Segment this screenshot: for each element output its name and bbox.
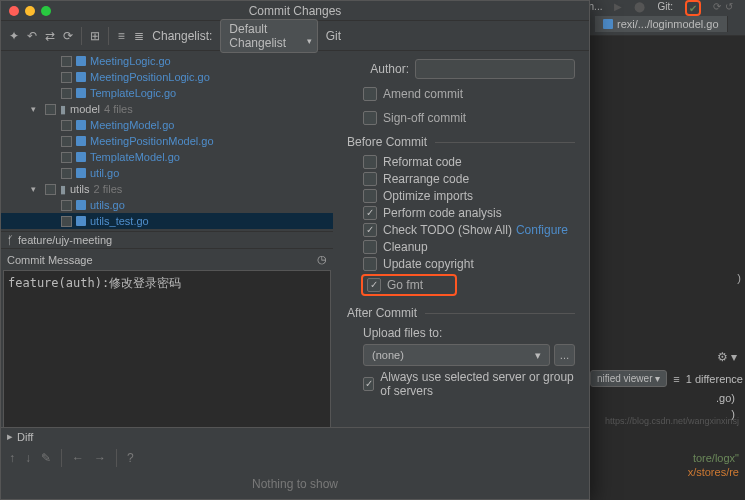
go-file-icon [76, 200, 86, 210]
maximize-icon[interactable] [41, 6, 51, 16]
author-input[interactable] [415, 59, 575, 79]
tree-file[interactable]: utils_test.go [90, 215, 149, 227]
viewer-mode-combo[interactable]: nified viewer ▾ [590, 370, 667, 387]
amend-checkbox[interactable] [363, 87, 377, 101]
amend-label: Amend commit [383, 87, 463, 101]
tree-file[interactable]: MeetingPositionModel.go [90, 135, 214, 147]
next-change-icon[interactable]: ↓ [25, 451, 31, 465]
analysis-checkbox[interactable] [363, 206, 377, 220]
tree-file[interactable]: util.go [90, 167, 119, 179]
run-icon[interactable]: ▶ [614, 1, 622, 12]
reformat-checkbox[interactable] [363, 155, 377, 169]
commit-toolbar-highlight: ✔ [685, 0, 701, 16]
file-checkbox[interactable] [61, 152, 72, 163]
signoff-label: Sign-off commit [383, 111, 466, 125]
always-server-checkbox[interactable] [363, 377, 374, 391]
signoff-checkbox[interactable] [363, 111, 377, 125]
copyright-checkbox[interactable] [363, 257, 377, 271]
analysis-label: Perform code analysis [383, 206, 502, 220]
gofmt-checkbox[interactable] [367, 278, 381, 292]
tree-file[interactable]: MeetingLogic.go [90, 55, 171, 67]
upload-label: Upload files to: [347, 326, 575, 340]
tab-label: rexi/.../loginmodel.go [617, 18, 719, 30]
minimize-icon[interactable] [25, 6, 35, 16]
diff-empty-text: Nothing to show [1, 471, 589, 491]
tree-file[interactable]: TemplateLogic.go [90, 87, 176, 99]
optimize-checkbox[interactable] [363, 189, 377, 203]
file-checkbox[interactable] [61, 216, 72, 227]
diff-icon[interactable]: ⇄ [45, 29, 55, 43]
dialog-toolbar: ✦ ↶ ⇄ ⟳ ⊞ ≡ ≣ Changelist: Default Change… [1, 21, 589, 51]
upload-more-button[interactable]: … [554, 344, 575, 366]
editor-settings-icons[interactable]: ⚙ ▾ [717, 350, 737, 364]
expand-icon[interactable]: ▾ [31, 104, 41, 114]
tree-folder[interactable]: model [70, 103, 100, 115]
go-file-icon [76, 56, 86, 66]
commit-message-label: Commit Message [7, 254, 93, 266]
cleanup-label: Cleanup [383, 240, 428, 254]
optimize-label: Optimize imports [383, 189, 473, 203]
debug-icon[interactable]: ⬤ [634, 1, 645, 12]
collapse-icon[interactable]: ≣ [134, 29, 144, 43]
rearrange-checkbox[interactable] [363, 172, 377, 186]
commit-checkmark-icon[interactable]: ✔ [689, 3, 697, 14]
todo-checkbox[interactable] [363, 223, 377, 237]
diff-section: ▸ Diff ↑ ↓ ✎ ← → ? Nothing to show [1, 427, 589, 499]
chevron-down-icon: ▾ [535, 349, 541, 362]
arrow-left-icon[interactable]: ← [72, 451, 84, 465]
file-checkbox[interactable] [61, 136, 72, 147]
before-commit-section: Before Commit [347, 135, 575, 149]
edit-icon[interactable]: ✎ [41, 451, 51, 465]
folder-checkbox[interactable] [45, 104, 56, 115]
branch-name: feature/ujy-meeting [18, 234, 112, 246]
editor-tab-loginmodel[interactable]: rexi/.../loginmodel.go [595, 16, 728, 32]
prev-diff-icon[interactable]: ≡ [673, 373, 679, 385]
bg-import-1: tore/logx" [693, 452, 739, 464]
tree-file[interactable]: MeetingModel.go [90, 119, 174, 131]
tree-file[interactable]: MeetingPositionLogic.go [90, 71, 210, 83]
tree-file[interactable]: TemplateModel.go [90, 151, 180, 163]
tree-folder[interactable]: utils [70, 183, 90, 195]
refresh-icon[interactable]: ⟳ [63, 29, 73, 43]
git-history-icon[interactable]: ↺ [725, 1, 733, 12]
cleanup-checkbox[interactable] [363, 240, 377, 254]
arrow-right-icon[interactable]: → [94, 451, 106, 465]
history-icon[interactable]: ◷ [317, 253, 327, 266]
expand-icon[interactable]: ▾ [31, 184, 41, 194]
prev-change-icon[interactable]: ↑ [9, 451, 15, 465]
dialog-title: Commit Changes [249, 4, 342, 18]
diff-expand-icon[interactable]: ▸ [7, 430, 13, 443]
undo-icon[interactable]: ↶ [27, 29, 37, 43]
file-checkbox[interactable] [61, 88, 72, 99]
group-icon[interactable]: ⊞ [90, 29, 100, 43]
go-file-icon [76, 168, 86, 178]
commit-dialog: Commit Changes ✦ ↶ ⇄ ⟳ ⊞ ≡ ≣ Changelist:… [0, 0, 590, 500]
folder-icon: ▮ [60, 103, 66, 116]
expand-icon[interactable]: ≡ [116, 29, 126, 43]
file-tree[interactable]: MeetingLogic.go MeetingPositionLogic.go … [1, 51, 333, 231]
file-checkbox[interactable] [61, 120, 72, 131]
todo-configure-link[interactable]: Configure [516, 223, 568, 237]
git-update-icon[interactable]: ⟳ [713, 1, 721, 12]
go-file-icon [76, 216, 86, 226]
tree-file[interactable]: utils.go [90, 199, 125, 211]
help-icon[interactable]: ? [127, 451, 134, 465]
todo-label: Check TODO (Show All) [383, 223, 512, 237]
upload-server-combo[interactable]: (none)▾ [363, 344, 550, 366]
diff-viewer-bar: nified viewer ▾ ≡ 1 difference [590, 370, 743, 387]
reformat-label: Reformat code [383, 155, 462, 169]
file-checkbox[interactable] [61, 56, 72, 67]
changelist-combo[interactable]: Default Changelist [220, 19, 317, 53]
folder-checkbox[interactable] [45, 184, 56, 195]
after-commit-section: After Commit [347, 306, 575, 320]
go-file-icon [76, 136, 86, 146]
branch-bar[interactable]: ᚶ feature/ujy-meeting [1, 231, 333, 248]
file-checkbox[interactable] [61, 200, 72, 211]
commit-star-icon[interactable]: ✦ [9, 29, 19, 43]
always-server-label: Always use selected server or group of s… [380, 370, 575, 398]
rearrange-label: Rearrange code [383, 172, 469, 186]
close-icon[interactable] [9, 6, 19, 16]
file-checkbox[interactable] [61, 72, 72, 83]
file-checkbox[interactable] [61, 168, 72, 179]
go-file-icon [76, 120, 86, 130]
